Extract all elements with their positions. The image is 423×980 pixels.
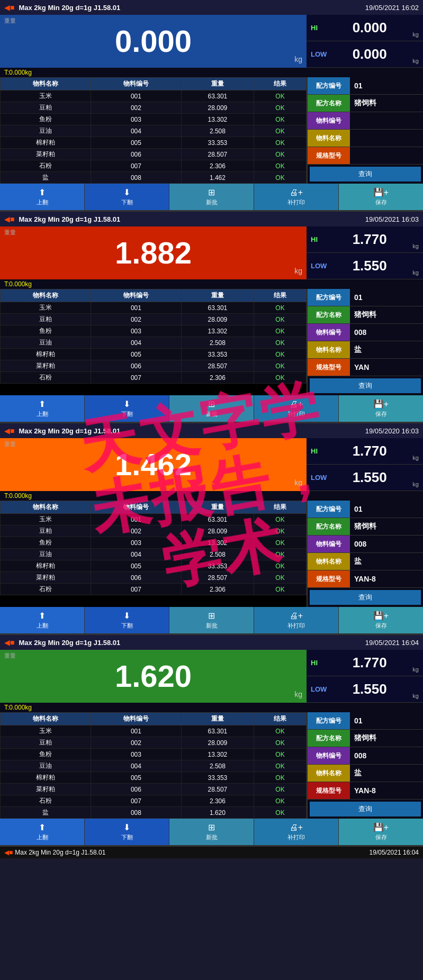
btn-save-1[interactable]: 💾+ 保存 (339, 184, 423, 210)
datetime-1: 19/05/2021 16:02 (365, 4, 419, 12)
btn-print-label-3: 补打印 (287, 622, 305, 630)
info-material-num-4: 物料编号 008 (308, 747, 423, 765)
formula-name-label-3: 配方名称 (308, 518, 350, 535)
query-row-2: 查询 (308, 376, 423, 395)
info-formula-num-2: 配方编号 01 (308, 289, 423, 306)
table-row: 石粉0072.306OK (1, 372, 307, 384)
info-material-num-1: 物料编号 (308, 112, 423, 130)
info-spec-3: 规格型号 YAN-8 (308, 570, 423, 588)
material-name-label-1: 物料名称 (308, 130, 350, 147)
btn-up-label-2: 上翻 (37, 410, 48, 418)
hi-reading-1: HI 0.000 kg (307, 15, 423, 41)
lo-reading-3: LOW 1.550 kg (307, 465, 423, 491)
print-icon-4: 🖨+ (290, 823, 303, 832)
btn-up-label-3: 上翻 (37, 622, 48, 630)
top-bar-1: ◀■ Max 2kg Min 20g d=1g J1.58.01 19/05/2… (0, 0, 423, 15)
hi-label-4: HI (311, 659, 327, 667)
hi-label-2: HI (311, 235, 327, 243)
col-header-num-2: 物料编号 (91, 289, 181, 302)
btn-print-1[interactable]: 🖨+ 补打印 (254, 184, 339, 210)
btn-new-4[interactable]: ⊞ 新批 (169, 819, 254, 845)
lo-reading-1: LOW 0.000 kg (307, 41, 423, 68)
lo-label-2: LOW (311, 262, 327, 270)
btn-print-label-4: 补打印 (287, 833, 305, 841)
btn-new-3[interactable]: ⊞ 新批 (169, 607, 254, 633)
btn-new-1[interactable]: ⊞ 新批 (169, 184, 254, 210)
col-header-result-4: 结果 (254, 713, 306, 725)
info-formula-num-3: 配方编号 01 (308, 501, 423, 518)
up-icon-4: ⬆ (39, 822, 46, 832)
info-section-2: 配方编号 01 配方名称 猪饲料 物料编号 008 物料名称 盐 规格型号 YA… (307, 289, 423, 395)
material-name-label-3: 物料名称 (308, 553, 350, 570)
weight-main-1: 重量 0.000 kg (0, 15, 307, 68)
table-section-2: 物料名称 物料编号 重量 结果 玉米00163.301OK豆粕00228.009… (0, 289, 307, 395)
btn-up-4[interactable]: ⬆ 上翻 (0, 819, 85, 845)
btn-up-1[interactable]: ⬆ 上翻 (0, 184, 85, 210)
signal-icon-1: ◀■ (4, 3, 14, 12)
btn-print-2[interactable]: 🖨+ 补打印 (254, 395, 339, 422)
lo-reading-2: LOW 1.550 kg (307, 253, 423, 279)
specs-2: Max 2kg Min 20g d=1g J1.58.01 (19, 215, 120, 223)
btn-up-3[interactable]: ⬆ 上翻 (0, 607, 85, 633)
btn-print-4[interactable]: 🖨+ 补打印 (254, 819, 339, 845)
table-row: 鱼粉00313.302OK (1, 537, 307, 549)
query-btn-1[interactable]: 查询 (310, 167, 421, 182)
query-btn-2[interactable]: 查询 (310, 378, 421, 393)
lo-value-2: 1.550 (353, 258, 387, 274)
table-section-1: 物料名称 物料编号 重量 结果 玉米00163.301OK豆粕00228.009… (0, 77, 307, 184)
btn-up-2[interactable]: ⬆ 上翻 (0, 395, 85, 422)
btn-save-label-4: 保存 (375, 833, 387, 841)
weight-label-1: 重量 (4, 17, 16, 25)
query-btn-4[interactable]: 查询 (310, 802, 421, 816)
col-header-num-1: 物料编号 (91, 78, 181, 90)
weight-unit-4: kg (294, 690, 302, 698)
info-section-1: 配方编号 01 配方名称 猪饲料 物料编号 物料名称 规格型号 查询 (307, 77, 423, 184)
btn-save-2[interactable]: 💾+ 保存 (339, 395, 423, 422)
formula-name-label-2: 配方名称 (308, 306, 350, 323)
new-icon-2: ⊞ (208, 399, 215, 409)
print-icon-3: 🖨+ (290, 611, 303, 621)
info-section-4: 配方编号 01 配方名称 猪饲料 物料编号 008 物料名称 盐 规格型号 YA… (307, 712, 423, 819)
hi-label-1: HI (311, 24, 327, 32)
info-material-name-2: 物料名称 盐 (308, 341, 423, 359)
bottom-status-bar: ◀■ Max 2kg Min 20g d=1g J1.58.01 19/05/2… (0, 847, 423, 858)
query-btn-3[interactable]: 查询 (310, 590, 421, 605)
material-name-value-1 (350, 136, 423, 140)
spec-value-2: YAN (350, 361, 423, 374)
query-row-4: 查询 (308, 800, 423, 819)
hi-label-3: HI (311, 447, 327, 455)
btn-save-3[interactable]: 💾+ 保存 (339, 607, 423, 633)
btn-down-3[interactable]: ⬇ 下翻 (85, 607, 169, 633)
table-row: 豆粕00228.009OK (1, 525, 307, 537)
btn-new-2[interactable]: ⊞ 新批 (169, 395, 254, 422)
lo-value-1: 0.000 (353, 46, 387, 62)
table-row: 菜籽粕00628.507OK (1, 784, 307, 795)
formula-num-value-1: 01 (350, 79, 423, 92)
col-header-num-4: 物料编号 (91, 713, 181, 725)
formula-num-label-3: 配方编号 (308, 501, 350, 518)
tare-1: T:0.000kg (4, 69, 32, 76)
hi-unit-2: kg (412, 243, 419, 249)
top-bar-3: ◀■ Max 2kg Min 20g d=1g J1.58.01 19/05/2… (0, 423, 423, 438)
bottom-specs: Max 2kg Min 20g d=1g J1.58.01 (15, 849, 105, 856)
table-row: 玉米00163.301OK (1, 514, 307, 525)
weight-area-3: 重量 1.462 kg HI 1.770 kg LOW 1.550 kg (0, 438, 423, 491)
data-table-2: 物料名称 物料编号 重量 结果 玉米00163.301OK豆粕00228.009… (0, 289, 307, 384)
btn-save-4[interactable]: 💾+ 保存 (339, 819, 423, 845)
info-section-3: 配方编号 01 配方名称 猪饲料 物料编号 008 物料名称 盐 规格型号 YA… (307, 501, 423, 607)
btn-down-2[interactable]: ⬇ 下翻 (85, 395, 169, 422)
weight-value-4: 1.620 (115, 661, 192, 692)
info-formula-name-4: 配方名称 猪饲料 (308, 730, 423, 747)
btn-down-1[interactable]: ⬇ 下翻 (85, 184, 169, 210)
spec-value-1 (350, 153, 423, 158)
toolbar-2: ⬆ 上翻 ⬇ 下翻 ⊞ 新批 🖨+ 补打印 💾+ 保存 (0, 395, 423, 422)
save-icon-4: 💾+ (373, 822, 389, 832)
weight-unit-2: kg (294, 267, 302, 275)
table-row: 盐0081.462OK (1, 172, 307, 184)
col-header-result-3: 结果 (254, 501, 306, 514)
btn-print-3[interactable]: 🖨+ 补打印 (254, 607, 339, 633)
btn-down-4[interactable]: ⬇ 下翻 (85, 819, 169, 845)
lo-unit-4: kg (412, 693, 419, 699)
table-row: 棉籽粕00533.353OK (1, 560, 307, 572)
material-num-label-2: 物料编号 (308, 324, 350, 341)
